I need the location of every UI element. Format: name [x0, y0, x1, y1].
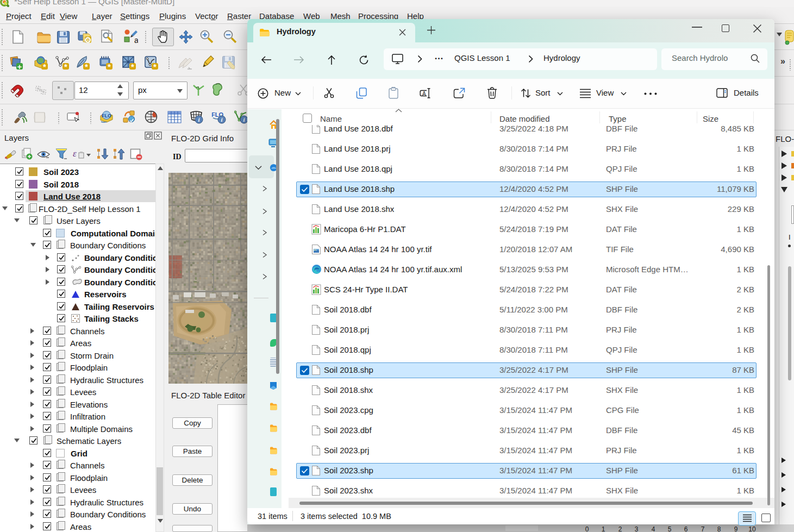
svg-text:+: + [17, 62, 22, 71]
svg-text:*: * [131, 62, 134, 70]
svg-text:⚙: ⚙ [84, 35, 91, 45]
svg-text:*: * [64, 62, 67, 70]
svg-text:*: * [85, 62, 88, 70]
svg-text:*: * [43, 62, 46, 70]
svg-text:*: * [108, 62, 111, 70]
svg-text:a: a [134, 36, 138, 43]
svg-text:A: A [422, 91, 426, 97]
svg-text:ε: ε [73, 148, 77, 159]
svg-text:*: * [153, 62, 157, 70]
svg-text:FLO: FLO [102, 113, 111, 118]
